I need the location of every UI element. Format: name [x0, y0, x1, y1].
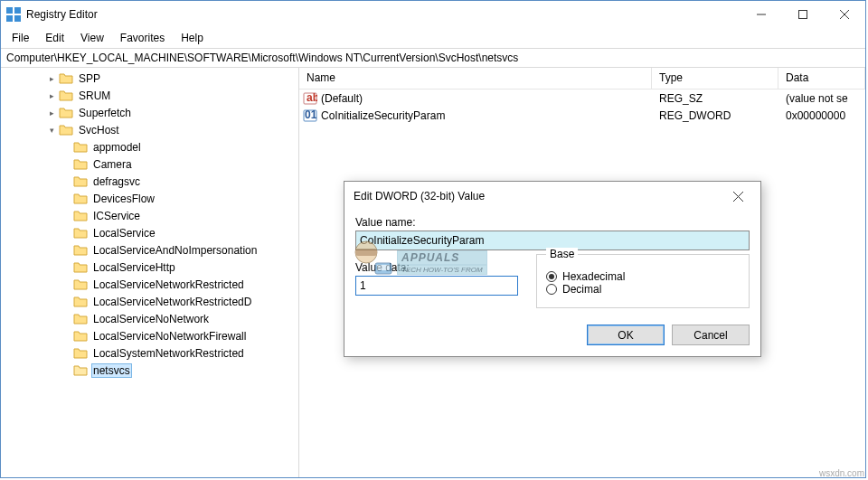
tree-item[interactable]: ▸SPP: [1, 70, 298, 87]
regedit-icon: [6, 7, 21, 22]
maximize-button[interactable]: [782, 1, 824, 28]
value-name-label: Value name:: [355, 216, 750, 229]
radio-dec-label: Decimal: [562, 283, 601, 296]
list-body: ab(Default)REG_SZ(value not se011CoIniti…: [299, 89, 865, 124]
dialog-close-button[interactable]: [724, 192, 751, 202]
value-name: (Default): [321, 92, 363, 105]
svg-rect-15: [355, 249, 377, 256]
tree-label: DevicesFlow: [91, 193, 156, 205]
appuals-watermark: APPUALS TECH HOW-TO'S FROM: [350, 238, 395, 280]
radio-dec[interactable]: [546, 284, 557, 295]
window-controls: [741, 1, 865, 28]
tree-label: ICService: [91, 210, 142, 222]
tree-pane[interactable]: ▸SPP▸SRUM▸Superfetch▾SvcHostappmodelCame…: [1, 68, 299, 477]
expand-icon[interactable]: ▸: [44, 108, 59, 118]
tree-label: LocalService: [91, 227, 157, 240]
edit-dword-dialog: Edit DWORD (32-bit) Value APPUALS TECH H…: [344, 181, 761, 357]
header-type[interactable]: Type: [652, 68, 778, 89]
tree-label: Superfetch: [77, 107, 133, 119]
dialog-buttons: OK Cancel: [355, 325, 750, 345]
svg-rect-5: [799, 11, 807, 19]
titlebar: Registry Editor: [1, 1, 865, 28]
tree-label: LocalServiceNoNetworkFirewall: [91, 330, 248, 343]
close-button[interactable]: [824, 1, 865, 28]
window-title: Registry Editor: [26, 8, 741, 21]
value-type: REG_SZ: [652, 92, 778, 105]
base-label: Base: [546, 248, 578, 260]
tree-label: LocalServiceNetworkRestricted: [91, 278, 246, 291]
value-type: REG_DWORD: [652, 109, 778, 122]
tree-item[interactable]: LocalServiceHttp: [1, 259, 298, 276]
tree-item[interactable]: ▸Superfetch: [1, 104, 298, 121]
base-group: Base Hexadecimal Decimal: [536, 254, 750, 308]
tree-item[interactable]: Camera: [1, 155, 298, 173]
dialog-body: APPUALS TECH HOW-TO'S FROM Value name: V…: [344, 211, 760, 356]
watermark-brand: APPUALS: [397, 250, 487, 265]
address-bar[interactable]: Computer\HKEY_LOCAL_MACHINE\SOFTWARE\Mic…: [1, 48, 865, 68]
menu-view[interactable]: View: [73, 30, 111, 46]
tree-item[interactable]: ▾SvcHost: [1, 121, 298, 138]
tree-label: LocalSystemNetworkRestricted: [91, 347, 246, 360]
site-watermark: wsxdn.com: [819, 468, 864, 478]
tree-item[interactable]: LocalServiceNoNetwork: [1, 310, 298, 327]
list-row[interactable]: ab(Default)REG_SZ(value not se: [299, 89, 865, 107]
expand-icon[interactable]: ▸: [44, 91, 59, 100]
tree-label: LocalServiceHttp: [91, 261, 177, 274]
svg-text:ab: ab: [307, 91, 317, 104]
menu-edit[interactable]: Edit: [38, 30, 71, 46]
dialog-titlebar: Edit DWORD (32-bit) Value: [344, 182, 760, 211]
menubar: File Edit View Favorites Help: [1, 28, 865, 48]
tree-item[interactable]: ICService: [1, 207, 298, 224]
value-data: (value not se: [778, 92, 865, 105]
value-name: CoInitializeSecurityParam: [321, 109, 445, 122]
tree-item[interactable]: appmodel: [1, 138, 298, 155]
expand-icon[interactable]: ▸: [44, 74, 59, 83]
tree-label: netsvcs: [91, 363, 132, 378]
tree-item[interactable]: ▸SRUM: [1, 87, 298, 104]
ok-button[interactable]: OK: [587, 325, 665, 345]
value-data: 0x00000000: [778, 109, 865, 122]
svg-rect-2: [6, 15, 13, 22]
tree-item[interactable]: LocalServiceNoNetworkFirewall: [1, 327, 298, 344]
tree-item[interactable]: LocalService: [1, 224, 298, 241]
svg-text:011: 011: [305, 108, 317, 121]
menu-file[interactable]: File: [5, 30, 36, 46]
menu-help[interactable]: Help: [174, 30, 211, 46]
tree-label: defragsvc: [91, 175, 142, 188]
cancel-button[interactable]: Cancel: [672, 325, 750, 345]
tree-item[interactable]: LocalServiceAndNoImpersonation: [1, 241, 298, 259]
svg-rect-1: [14, 7, 21, 14]
tree-item[interactable]: DevicesFlow: [1, 190, 298, 207]
radio-dec-row[interactable]: Decimal: [546, 280, 740, 298]
tree-item[interactable]: LocalServiceNetworkRestrictedD: [1, 293, 298, 310]
svg-rect-3: [14, 15, 21, 22]
list-row[interactable]: 011CoInitializeSecurityParamREG_DWORD0x0…: [299, 107, 865, 124]
svg-rect-17: [377, 265, 390, 270]
tree-label: SRUM: [77, 89, 112, 102]
svg-rect-0: [6, 7, 13, 14]
tree-label: LocalServiceNoNetwork: [91, 313, 211, 325]
list-header: Name Type Data: [299, 68, 865, 89]
tree-label: SvcHost: [77, 124, 121, 136]
minimize-button[interactable]: [741, 1, 782, 28]
tree-label: LocalServiceNetworkRestrictedD: [91, 296, 253, 308]
address-text: Computer\HKEY_LOCAL_MACHINE\SOFTWARE\Mic…: [6, 52, 518, 64]
tree-label: LocalServiceAndNoImpersonation: [91, 244, 259, 257]
header-name[interactable]: Name: [299, 68, 652, 89]
tree-item[interactable]: netsvcs: [1, 362, 298, 379]
tree-item[interactable]: defragsvc: [1, 173, 298, 190]
tree-label: appmodel: [91, 141, 143, 154]
dialog-title-text: Edit DWORD (32-bit) Value: [354, 190, 485, 202]
tree-label: Camera: [91, 158, 134, 171]
tree-item[interactable]: LocalServiceNetworkRestricted: [1, 276, 298, 293]
watermark-tag: TECH HOW-TO'S FROM: [397, 265, 487, 275]
tree-label: SPP: [77, 72, 102, 85]
tree-item[interactable]: LocalSystemNetworkRestricted: [1, 344, 298, 362]
header-data[interactable]: Data: [778, 68, 865, 89]
expand-icon[interactable]: ▾: [44, 126, 59, 135]
radio-hex-label: Hexadecimal: [562, 270, 625, 283]
menu-favorites[interactable]: Favorites: [113, 30, 172, 46]
radio-hex[interactable]: [546, 271, 557, 282]
